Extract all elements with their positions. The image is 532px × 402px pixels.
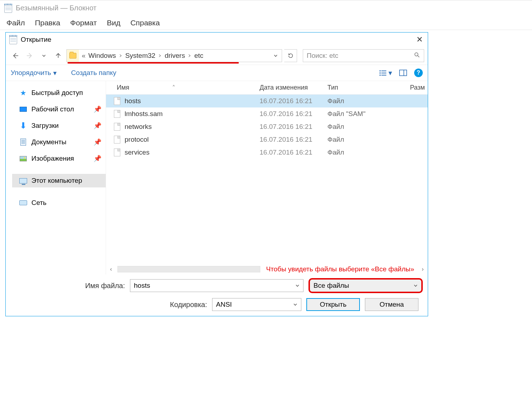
sort-indicator-icon: ˄ (172, 84, 175, 92)
menu-edit[interactable]: Правка (35, 19, 60, 27)
path-dropdown-icon[interactable] (270, 54, 282, 58)
breadcrumb-overflow[interactable]: « (79, 52, 86, 60)
network-icon (19, 199, 27, 207)
file-name: services (125, 149, 150, 156)
scroll-right-icon[interactable]: › (419, 266, 426, 273)
svg-rect-4 (380, 75, 381, 76)
file-icon (114, 97, 120, 105)
file-date: 16.07.2016 16:21 (260, 149, 327, 156)
svg-rect-3 (380, 72, 381, 74)
file-type: Файл (327, 136, 392, 144)
open-file-dialog: Открытие ✕ « Windows System32 drivers (5, 32, 428, 316)
horizontal-scrollbar[interactable]: ‹ Чтобы увидеть файлы выберите «Все файл… (106, 264, 428, 275)
menu-format[interactable]: Формат (70, 19, 97, 27)
new-folder-button[interactable]: Создать папку (71, 69, 116, 77)
sidebar-item-downloads[interactable]: ⬇ Загрузки 📌 (12, 119, 106, 132)
file-row[interactable]: protocol16.07.2016 16:21Файл (106, 133, 428, 146)
sidebar: ★ Быстрый доступ Рабочий стол 📌 ⬇ Загруз… (6, 81, 106, 275)
filename-input[interactable]: hosts (130, 279, 303, 292)
menu-file[interactable]: Файл (6, 19, 25, 27)
column-type[interactable]: Тип (327, 84, 392, 91)
file-date: 16.07.2016 16:21 (260, 136, 327, 144)
crumb-drivers[interactable]: drivers (162, 52, 188, 60)
sidebar-item-documents[interactable]: Документы 📌 (12, 135, 106, 149)
sidebar-item-label: Загрузки (31, 122, 59, 130)
sidebar-item-label: Рабочий стол (31, 105, 74, 113)
open-button[interactable]: Открыть (306, 298, 360, 311)
encoding-value: ANSI (216, 301, 232, 308)
file-date: 16.07.2016 16:21 (260, 97, 327, 105)
view-options-button[interactable]: ▾ (379, 69, 392, 77)
sidebar-item-label: Быстрый доступ (31, 89, 83, 97)
filetype-select[interactable]: Все файлы (308, 278, 423, 293)
sidebar-item-label: Этот компьютер (31, 177, 82, 185)
sidebar-item-quick-access[interactable]: ★ Быстрый доступ (12, 86, 106, 100)
search-input[interactable]: Поиск: etc (303, 49, 424, 62)
forward-button[interactable] (24, 50, 36, 62)
file-type: Файл (327, 149, 392, 156)
filename-label: Имя файла: (11, 282, 125, 290)
file-row[interactable]: lmhosts.sam16.07.2016 16:21Файл "SAM" (106, 107, 428, 120)
pin-icon: 📌 (94, 122, 106, 130)
sidebar-item-label: Сеть (31, 199, 46, 207)
annotation-underline (67, 62, 239, 64)
pin-icon: 📌 (94, 138, 106, 146)
close-icon[interactable]: ✕ (416, 35, 423, 44)
chevron-down-icon (293, 301, 297, 308)
chevron-down-icon: ▾ (388, 69, 392, 77)
desktop-icon (19, 105, 27, 113)
svg-point-0 (415, 52, 418, 56)
crumb-windows[interactable]: Windows (86, 52, 119, 60)
file-icon (114, 149, 120, 156)
nav-row: « Windows System32 drivers etc Поиск: et… (6, 47, 428, 65)
column-date[interactable]: Дата изменения (260, 84, 327, 91)
star-icon: ★ (19, 89, 27, 97)
help-icon[interactable]: ? (414, 69, 423, 77)
file-row[interactable]: services16.07.2016 16:21Файл (106, 146, 428, 159)
scroll-track[interactable] (117, 266, 260, 272)
sidebar-item-this-pc[interactable]: Этот компьютер (12, 174, 106, 187)
refresh-button[interactable] (284, 49, 297, 62)
svg-line-1 (418, 55, 420, 57)
sidebar-item-network[interactable]: Сеть (12, 196, 106, 210)
sidebar-item-label: Изображения (31, 155, 74, 162)
file-row[interactable]: hosts16.07.2016 16:21Файл (106, 95, 428, 107)
column-size[interactable]: Разм (392, 84, 428, 91)
back-button[interactable] (9, 50, 21, 62)
encoding-select[interactable]: ANSI (212, 298, 301, 311)
crumb-system32[interactable]: System32 (122, 52, 158, 60)
column-name[interactable]: Имя ˄ (106, 84, 260, 92)
sidebar-item-desktop[interactable]: Рабочий стол 📌 (12, 102, 106, 116)
file-name: networks (125, 123, 152, 131)
file-row[interactable]: networks16.07.2016 16:21Файл (106, 120, 428, 133)
folder-icon (67, 50, 79, 62)
file-type: Файл (327, 97, 392, 105)
scroll-left-icon[interactable]: ‹ (107, 266, 115, 273)
filename-value: hosts (134, 282, 150, 290)
svg-rect-8 (400, 70, 407, 76)
chevron-right-icon[interactable] (119, 54, 122, 57)
breadcrumb-bar[interactable]: « Windows System32 drivers etc (66, 49, 282, 62)
pin-icon: 📌 (94, 105, 106, 113)
recent-dropdown-icon[interactable] (38, 50, 50, 62)
list-header: Имя ˄ Дата изменения Тип Разм (106, 81, 428, 95)
up-button[interactable] (52, 50, 64, 62)
chevron-right-icon[interactable] (188, 54, 191, 57)
filetype-value: Все файлы (313, 282, 349, 290)
file-date: 16.07.2016 16:21 (260, 110, 327, 118)
cancel-button[interactable]: Отмена (365, 298, 418, 311)
chevron-right-icon[interactable] (158, 54, 162, 57)
menu-view[interactable]: Вид (107, 19, 120, 27)
file-icon (114, 123, 120, 131)
download-icon: ⬇ (19, 122, 27, 130)
organize-button[interactable]: Упорядочить ▾ (11, 69, 57, 77)
organize-label: Упорядочить (11, 69, 51, 77)
breadcrumb: « Windows System32 drivers etc (79, 50, 206, 62)
file-name: protocol (125, 136, 149, 144)
crumb-etc[interactable]: etc (191, 52, 206, 60)
menu-help[interactable]: Справка (130, 19, 160, 27)
dialog-title: Открытие (21, 36, 51, 44)
annotation-text: Чтобы увидеть файлы выберите «Все файлы» (266, 265, 414, 273)
preview-pane-button[interactable] (399, 70, 407, 76)
sidebar-item-pictures[interactable]: Изображения 📌 (12, 152, 106, 165)
